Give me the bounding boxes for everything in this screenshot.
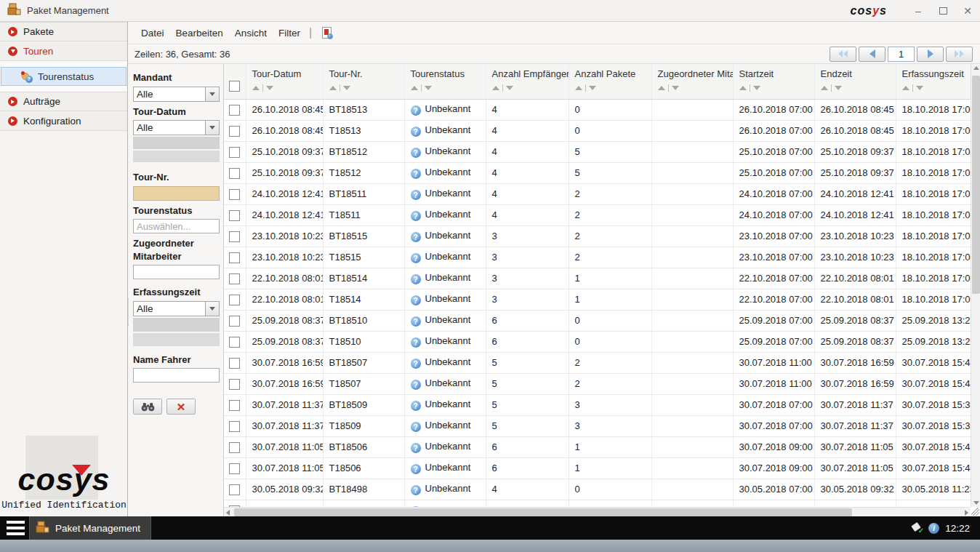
info-tray-icon[interactable]: i xyxy=(928,523,939,534)
sort-asc-icon[interactable] xyxy=(658,86,665,90)
col-tour-datum[interactable]: Tour-Datum xyxy=(246,64,323,99)
row-checkbox[interactable] xyxy=(229,273,240,284)
table-row[interactable]: 25.09.2018 08:37 T18510 ?Unbekannt 6 0 2… xyxy=(224,331,971,352)
sort-desc-icon[interactable] xyxy=(343,86,350,90)
sort-asc-icon[interactable] xyxy=(575,86,582,90)
row-checkbox[interactable] xyxy=(229,189,240,200)
sidebar-item-touren[interactable]: Touren xyxy=(0,41,127,61)
table-row[interactable]: 30.07.2018 16:59 T18507 ?Unbekannt 5 2 3… xyxy=(224,373,971,394)
col-anzahl-empfaenger[interactable]: Anzahl Empfänger xyxy=(486,64,569,99)
scroll-down-icon[interactable] xyxy=(973,501,979,505)
row-checkbox[interactable] xyxy=(229,147,240,158)
row-checkbox[interactable] xyxy=(229,126,240,137)
sort-desc-icon[interactable] xyxy=(916,86,923,90)
row-checkbox[interactable] xyxy=(229,168,240,179)
table-row[interactable]: 24.10.2018 12:41 BT18511 ?Unbekannt 4 2 … xyxy=(224,183,971,204)
col-tourenstatus[interactable]: Tourenstatus xyxy=(404,64,486,99)
col-anzahl-pakete[interactable]: Anzahl Pakete xyxy=(569,64,651,99)
col-zugeordneter-mitarbeiter[interactable]: Zugeordneter Mitarbeiter xyxy=(651,64,733,99)
row-checkbox[interactable] xyxy=(229,358,240,369)
row-checkbox[interactable] xyxy=(229,210,240,221)
table-row[interactable]: 30.05.2018 09:32 BT18498 ?Unbekannt 4 0 … xyxy=(224,479,971,500)
table-row[interactable]: 30.07.2018 11:05 BT18506 ?Unbekannt 6 1 … xyxy=(224,436,971,457)
table-row[interactable]: 25.10.2018 09:37 BT18512 ?Unbekannt 4 5 … xyxy=(224,141,971,162)
select-all-checkbox[interactable] xyxy=(229,81,240,92)
first-page-button[interactable] xyxy=(830,47,856,62)
sort-desc-icon[interactable] xyxy=(672,86,679,90)
row-checkbox[interactable] xyxy=(229,231,240,242)
sort-asc-icon[interactable] xyxy=(902,86,909,90)
row-checkbox[interactable] xyxy=(229,463,240,474)
col-startzeit[interactable]: Startzeit xyxy=(733,64,814,99)
row-checkbox[interactable] xyxy=(229,105,240,116)
table-row[interactable]: 26.10.2018 08:45 BT18513 ?Unbekannt 4 0 … xyxy=(224,99,971,120)
menu-ansicht[interactable]: Ansicht xyxy=(229,25,273,41)
table-row[interactable]: 24.10.2018 12:41 T18511 ?Unbekannt 4 2 2… xyxy=(224,204,971,225)
menu-filter[interactable]: Filter xyxy=(273,25,306,41)
table-row[interactable]: 26.10.2018 08:45 T18513 ?Unbekannt 4 0 2… xyxy=(224,120,971,141)
sort-desc-icon[interactable] xyxy=(753,86,760,90)
erfassungszeit-select[interactable]: Alle xyxy=(133,301,220,316)
row-checkbox[interactable] xyxy=(229,316,240,327)
maximize-button[interactable] xyxy=(931,1,955,20)
close-button[interactable]: ✕ xyxy=(955,1,980,20)
panel-collapse-handle[interactable] xyxy=(128,298,129,326)
vertical-scroll-thumb[interactable] xyxy=(972,76,980,294)
sort-desc-icon[interactable] xyxy=(266,86,273,90)
sort-desc-icon[interactable] xyxy=(506,86,513,90)
row-checkbox[interactable] xyxy=(229,400,240,411)
sort-asc-icon[interactable] xyxy=(739,86,747,90)
row-checkbox[interactable] xyxy=(229,484,240,495)
sort-asc-icon[interactable] xyxy=(329,86,337,90)
table-row[interactable]: ? xyxy=(224,500,971,507)
sort-asc-icon[interactable] xyxy=(821,86,828,90)
table-row[interactable]: 25.09.2018 08:37 BT18510 ?Unbekannt 6 0 … xyxy=(224,310,971,331)
chevron-down-icon[interactable] xyxy=(205,121,219,135)
zugeordneter-mitarbeiter-input[interactable] xyxy=(133,265,220,279)
usb-device-icon[interactable]: ✓ xyxy=(911,523,923,533)
tour-datum-select[interactable]: Alle xyxy=(133,120,220,135)
scroll-up-icon[interactable] xyxy=(973,66,979,70)
clear-filter-button[interactable]: ✕ xyxy=(166,399,196,415)
horizontal-scrollbar[interactable] xyxy=(224,507,971,516)
sort-desc-icon[interactable] xyxy=(425,86,432,90)
search-button[interactable] xyxy=(133,399,162,415)
minimize-button[interactable]: – xyxy=(906,1,931,20)
scroll-left-icon[interactable] xyxy=(226,510,230,516)
row-checkbox[interactable] xyxy=(229,337,240,348)
table-row[interactable]: 30.07.2018 11:05 T18506 ?Unbekannt 6 1 3… xyxy=(224,457,971,479)
tour-nr-input[interactable] xyxy=(133,186,220,201)
menu-bearbeiten[interactable]: Bearbeiten xyxy=(170,25,229,41)
page-number-box[interactable]: 1 xyxy=(888,47,915,62)
export-pdf-icon[interactable] xyxy=(322,27,332,39)
sidebar-item-tourenstatus[interactable]: ? Tourenstatus xyxy=(1,67,126,86)
name-fahrer-input[interactable] xyxy=(133,368,220,383)
sort-asc-icon[interactable] xyxy=(252,86,260,90)
resize-grip[interactable] xyxy=(971,508,979,516)
last-page-button[interactable] xyxy=(946,47,973,62)
sort-asc-icon[interactable] xyxy=(411,86,418,90)
row-checkbox[interactable] xyxy=(229,252,240,263)
previous-page-button[interactable] xyxy=(859,47,885,62)
col-erfassungszeit[interactable]: Erfassungszeit xyxy=(896,64,971,99)
chevron-down-icon[interactable] xyxy=(205,302,219,316)
table-row[interactable]: 23.10.2018 10:23 T18515 ?Unbekannt 3 2 2… xyxy=(224,247,971,268)
row-checkbox[interactable] xyxy=(229,421,240,432)
table-row[interactable]: 23.10.2018 10:23 BT18515 ?Unbekannt 3 2 … xyxy=(224,225,971,247)
sidebar-item-pakete[interactable]: Pakete xyxy=(0,22,127,41)
table-row[interactable]: 22.10.2018 08:01 T18514 ?Unbekannt 3 1 2… xyxy=(224,289,971,310)
taskbar-app-button[interactable]: Paket Management xyxy=(29,516,151,540)
start-menu-button[interactable] xyxy=(0,516,29,540)
menu-datei[interactable]: Datei xyxy=(135,25,170,41)
tourenstatus-input[interactable] xyxy=(133,219,220,233)
sort-desc-icon[interactable] xyxy=(835,86,842,90)
col-endzeit[interactable]: Endzeit xyxy=(814,64,896,99)
row-checkbox[interactable] xyxy=(229,295,240,305)
table-row[interactable]: 25.10.2018 09:37 T18512 ?Unbekannt 4 5 2… xyxy=(224,162,971,183)
scroll-right-icon[interactable] xyxy=(965,510,968,516)
chevron-down-icon[interactable] xyxy=(205,87,219,101)
table-row[interactable]: 30.07.2018 11:37 BT18509 ?Unbekannt 5 3 … xyxy=(224,394,971,415)
mandant-select[interactable]: Alle xyxy=(133,87,220,102)
table-row[interactable]: 22.10.2018 08:01 BT18514 ?Unbekannt 3 1 … xyxy=(224,268,971,289)
col-tour-nr[interactable]: Tour-Nr. xyxy=(323,64,404,99)
